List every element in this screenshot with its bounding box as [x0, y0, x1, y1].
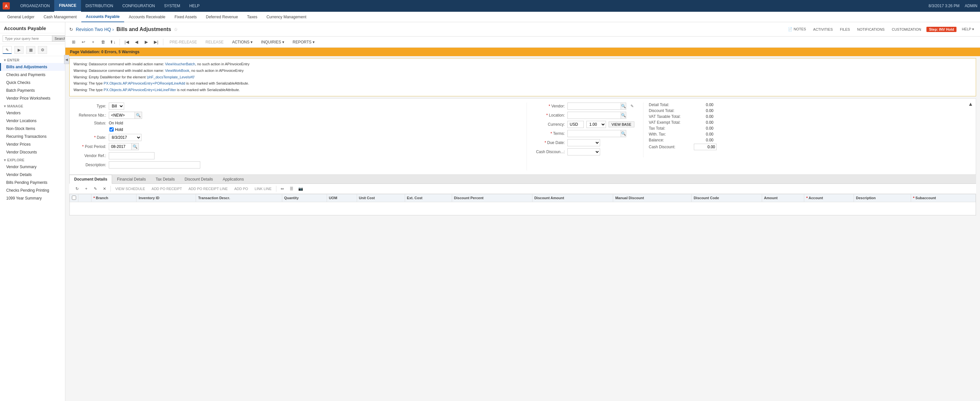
- add-row-button[interactable]: +: [82, 185, 90, 193]
- copy-paste-button[interactable]: ⬆↓: [108, 38, 117, 46]
- tab-tax-details[interactable]: Tax Details: [151, 175, 180, 183]
- subnav-accounts-receivable[interactable]: Accounts Receivable: [124, 12, 170, 22]
- favorite-icon[interactable]: ☆: [174, 27, 178, 32]
- notifications-button[interactable]: NOTIFICATIONS: [855, 27, 886, 32]
- col-transaction-descr[interactable]: Transaction Descr.: [196, 194, 282, 202]
- sidebar-item-vendor-locations[interactable]: Vendor Locations: [0, 117, 65, 125]
- next-record-button[interactable]: ▶: [142, 38, 151, 46]
- location-search-icon[interactable]: 🔍: [621, 112, 626, 119]
- subnav-cash-management[interactable]: Cash Management: [39, 12, 81, 22]
- subnav-taxes[interactable]: Taxes: [242, 12, 262, 22]
- col-discount-code[interactable]: Discount Code: [692, 194, 762, 202]
- col-discount-percent[interactable]: Discount Percent: [452, 194, 532, 202]
- view-base-button[interactable]: VIEW BASE: [609, 121, 635, 127]
- vendor-ref-input[interactable]: [109, 152, 154, 159]
- sidebar-item-checks-pending-printing[interactable]: Checks Pending Printing: [0, 186, 65, 194]
- sidebar-collapse-button[interactable]: ◀: [64, 55, 69, 64]
- col-inventory-id[interactable]: Inventory ID: [137, 194, 196, 202]
- sidebar-item-batch-payments[interactable]: Batch Payments: [0, 86, 65, 94]
- gear-icon[interactable]: ⚙: [38, 46, 47, 54]
- subnav-general-ledger[interactable]: General Ledger: [3, 12, 39, 22]
- help-button[interactable]: HELP ▾: [960, 27, 976, 32]
- form-collapse-button[interactable]: ▲: [968, 101, 973, 107]
- search-input[interactable]: [3, 35, 52, 42]
- col-unit-cost[interactable]: Unit Cost: [357, 194, 405, 202]
- edit-row-button[interactable]: ✎: [91, 185, 99, 193]
- post-period-input[interactable]: [109, 143, 132, 150]
- col-quantity[interactable]: Quantity: [282, 194, 327, 202]
- sidebar-item-vendor-price-worksheets[interactable]: Vendor Price Worksheets: [0, 94, 65, 102]
- export-button[interactable]: 📷: [297, 185, 304, 193]
- first-record-button[interactable]: |◀: [123, 38, 131, 46]
- col-description[interactable]: Description: [854, 194, 911, 202]
- due-date-select[interactable]: [568, 139, 600, 146]
- tab-discount-details[interactable]: Discount Details: [180, 175, 218, 183]
- post-period-search-icon[interactable]: 🔍: [132, 143, 139, 150]
- save-button[interactable]: ⊞: [69, 38, 78, 46]
- col-ext-cost[interactable]: Ext. Cost: [405, 194, 452, 202]
- tab-financial-details[interactable]: Financial Details: [112, 175, 151, 183]
- activities-button[interactable]: ACTIVITIES: [811, 27, 835, 32]
- sidebar-item-bills-pending-payments[interactable]: Bills Pending Payments: [0, 178, 65, 186]
- refresh-table-button[interactable]: ↻: [73, 185, 81, 193]
- sidebar-item-non-stock-items[interactable]: Non-Stock Items: [0, 125, 65, 132]
- chart-icon[interactable]: ▦: [26, 46, 35, 54]
- add-button[interactable]: +: [89, 38, 97, 46]
- sidebar-item-checks-payments[interactable]: Checks and Payments: [0, 71, 65, 79]
- column-chooser-button[interactable]: ☰: [288, 185, 295, 193]
- subnav-fixed-assets[interactable]: Fixed Assets: [170, 12, 201, 22]
- currency-input[interactable]: [568, 121, 584, 128]
- pre-release-button[interactable]: PRE-RELEASE: [166, 38, 200, 46]
- warning-link-2[interactable]: ViewWorkBook: [165, 68, 189, 73]
- delete-button[interactable]: 🗑: [99, 38, 107, 46]
- notes-button[interactable]: 📄 NOTES: [786, 27, 808, 32]
- subnav-currency-management[interactable]: Currency Management: [262, 12, 311, 22]
- warning-link-4[interactable]: PX.Objects.AP.APInvoiceEntry+POReceiptLi…: [103, 81, 185, 85]
- view-schedule-button[interactable]: VIEW SCHEDULE: [113, 186, 148, 191]
- files-button[interactable]: FILES: [838, 27, 852, 32]
- col-uom[interactable]: UOM: [327, 194, 357, 202]
- customization-button[interactable]: CUSTOMIZATION: [890, 27, 923, 32]
- play-icon[interactable]: ▶: [14, 46, 24, 54]
- ref-nbr-search-icon[interactable]: 🔍: [135, 112, 142, 119]
- sidebar-item-vendor-details[interactable]: Vendor Details: [0, 171, 65, 178]
- select-all-checkbox[interactable]: [72, 196, 76, 200]
- logo[interactable]: A: [3, 2, 12, 10]
- sidebar-item-bills-adjustments[interactable]: Bills and Adjustments: [0, 63, 65, 71]
- date-select[interactable]: 8/3/2017: [109, 134, 142, 141]
- breadcrumb-link[interactable]: Revision Two HQ: [76, 27, 111, 32]
- subnav-accounts-payable[interactable]: Accounts Payable: [81, 12, 124, 22]
- ref-nbr-input[interactable]: [109, 112, 135, 119]
- col-account[interactable]: Account: [804, 194, 854, 202]
- nav-distribution[interactable]: DISTRIBUTION: [81, 0, 118, 12]
- vendor-edit-icon[interactable]: ✎: [629, 103, 635, 110]
- warning-link-5[interactable]: PX.Objects.AP.APInvoiceEntry+LinkLineFil…: [103, 88, 176, 92]
- add-po-receipt-button[interactable]: ADD PO RECEIPT: [149, 186, 185, 191]
- sidebar-item-vendor-summary[interactable]: Vendor Summary: [0, 163, 65, 171]
- nav-configuration[interactable]: CONFIGURATION: [118, 0, 159, 12]
- col-subaccount[interactable]: Subaccount: [911, 194, 975, 202]
- search-button[interactable]: Search: [52, 35, 65, 42]
- refresh-icon[interactable]: ↻: [69, 27, 73, 32]
- nav-finance[interactable]: FINANCE: [54, 0, 81, 12]
- sidebar-item-1099-year-summary[interactable]: 1099 Year Summary: [0, 194, 65, 202]
- nav-help[interactable]: HELP: [185, 0, 204, 12]
- vendor-input[interactable]: [568, 103, 621, 110]
- type-select[interactable]: Bill: [109, 103, 124, 110]
- vendor-search-icon[interactable]: 🔍: [621, 103, 626, 110]
- col-amount[interactable]: Amount: [762, 194, 804, 202]
- sidebar-item-vendor-discounts[interactable]: Vendor Discounts: [0, 148, 65, 156]
- col-branch[interactable]: Branch: [91, 194, 137, 202]
- tab-document-details[interactable]: Document Details: [69, 175, 112, 184]
- currency-rate-select[interactable]: 1.00: [586, 121, 606, 128]
- actions-button[interactable]: ACTIONS ▾: [228, 38, 256, 46]
- last-record-button[interactable]: ▶|: [152, 38, 161, 46]
- delete-row-button[interactable]: ✕: [100, 185, 108, 193]
- cash-discount-select[interactable]: [568, 148, 600, 156]
- undo-button[interactable]: ↩: [79, 38, 88, 46]
- sidebar-item-quick-checks[interactable]: Quick Checks: [0, 79, 65, 86]
- inquiries-button[interactable]: INQUIRIES ▾: [258, 38, 288, 46]
- terms-input[interactable]: [568, 130, 621, 137]
- sidebar-item-recurring-transactions[interactable]: Recurring Transactions: [0, 132, 65, 140]
- warning-link-3[interactable]: 'phF_docsTemplate_Levels#0': [147, 75, 195, 79]
